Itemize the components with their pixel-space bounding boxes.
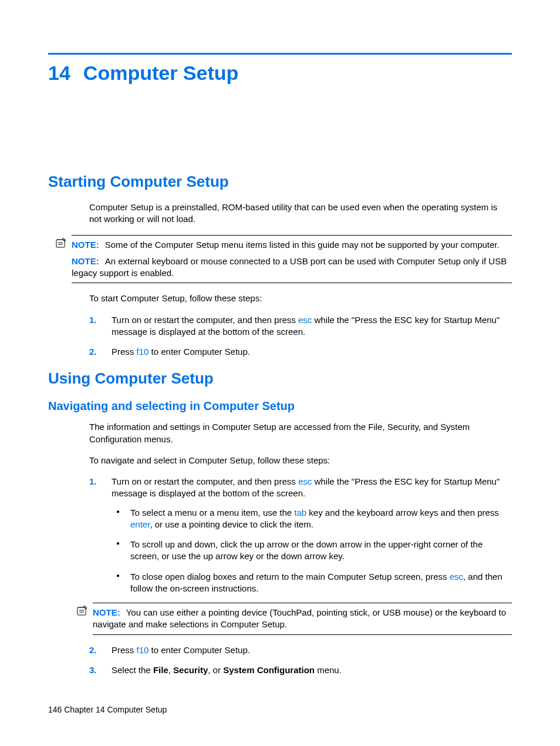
key-f10: f10 — [137, 347, 149, 357]
s3-t4: menu. — [315, 665, 342, 675]
sub1-intro-wrap: The information and settings in Computer… — [89, 421, 512, 466]
section1-steps: 1. Turn on or restart the computer, and … — [89, 314, 512, 358]
note-1: NOTE:Some of the Computer Setup menu ite… — [72, 239, 512, 251]
key-enter: enter — [130, 519, 150, 529]
note-1-text: Some of the Computer Setup menu items li… — [105, 240, 500, 250]
bullet-3: To close open dialog boxes and return to… — [112, 571, 512, 595]
step-number: 2. — [89, 644, 97, 656]
chapter-number: 14 — [48, 62, 70, 85]
sub1-intro: The information and settings in Computer… — [89, 421, 512, 445]
key-tab: tab — [294, 508, 306, 518]
sub1-step-1: 1. Turn on or restart the computer, and … — [89, 476, 512, 635]
note-2-text: An external keyboard or mouse connected … — [72, 256, 507, 278]
section1-body: Computer Setup is a preinstalled, ROM-ba… — [89, 201, 512, 226]
chapter-title: Computer Setup — [83, 62, 238, 84]
key-esc: esc — [298, 476, 312, 486]
note-icon — [55, 238, 67, 248]
note-label: NOTE: — [72, 256, 99, 266]
step-2-pre: Press — [112, 347, 137, 357]
s3-t2: , — [168, 665, 173, 675]
note-block-inner: NOTE:You can use either a pointing devic… — [93, 603, 512, 635]
step-number: 2. — [89, 346, 97, 358]
bullet-1: To select a menu or a menu item, use the… — [112, 507, 512, 531]
section1-intro: Computer Setup is a preinstalled, ROM-ba… — [89, 201, 512, 226]
step-number: 1. — [89, 314, 97, 326]
bold-security: Security — [173, 665, 208, 675]
key-esc: esc — [298, 315, 312, 325]
bullet-1-t3: , or use a pointing device to click the … — [150, 519, 313, 529]
bullet-2: To scroll up and down, click the up arro… — [112, 539, 512, 563]
bullet-1-t2: key and the keyboard arrow keys and then… — [306, 508, 499, 518]
inner-note: NOTE:You can use either a pointing devic… — [93, 607, 512, 631]
bullet-1-t1: To select a menu or a menu item, use the — [130, 508, 294, 518]
section1-lead-wrap: To start Computer Setup, follow these st… — [89, 293, 512, 304]
step-2-post: to enter Computer Setup. — [149, 347, 250, 357]
s3-t3: , or — [208, 665, 223, 675]
bold-file: File — [153, 665, 168, 675]
page-footer: 146 Chapter 14 Computer Setup — [48, 705, 167, 714]
section-heading-using: Using Computer Setup — [48, 369, 512, 388]
note-block-1: NOTE:Some of the Computer Setup menu ite… — [72, 235, 512, 284]
step-1-pre: Turn on or restart the computer, and the… — [112, 315, 298, 325]
sub1-lead: To navigate and select in Computer Setup… — [89, 455, 512, 466]
step-2: 2. Press f10 to enter Computer Setup. — [89, 346, 512, 358]
sub1-step-3: 3. Select the File, Security, or System … — [89, 664, 512, 676]
step-number: 1. — [89, 476, 97, 488]
svg-rect-1 — [77, 607, 86, 615]
step-1: 1. Turn on or restart the computer, and … — [89, 314, 512, 338]
sub1-step1-pre: Turn on or restart the computer, and the… — [112, 476, 298, 486]
sub1-step2-post: to enter Computer Setup. — [149, 645, 250, 655]
step-number: 3. — [89, 664, 97, 676]
section1-lead: To start Computer Setup, follow these st… — [89, 293, 512, 304]
note-icon — [76, 606, 88, 616]
note-label: NOTE: — [72, 240, 99, 250]
key-f10: f10 — [137, 645, 149, 655]
key-esc: esc — [450, 572, 463, 582]
inner-note-text: You can use either a pointing device (To… — [93, 607, 506, 629]
note-label: NOTE: — [93, 607, 120, 617]
chapter-heading: 14Computer Setup — [48, 62, 512, 85]
section-heading-starting: Starting Computer Setup — [48, 173, 512, 191]
sub1-steps: 1. Turn on or restart the computer, and … — [89, 476, 512, 676]
sub1-step-2: 2. Press f10 to enter Computer Setup. — [89, 644, 512, 656]
document-page: 14Computer Setup Starting Computer Setup… — [0, 0, 560, 746]
bold-sysconfig: System Configuration — [223, 665, 315, 675]
subsection-heading-navigating: Navigating and selecting in Computer Set… — [48, 399, 512, 413]
note-2: NOTE:An external keyboard or mouse conne… — [72, 256, 512, 280]
sub1-step2-pre: Press — [112, 645, 137, 655]
s3-t1: Select the — [112, 665, 153, 675]
bullet-3-t1: To close open dialog boxes and return to… — [130, 572, 450, 582]
top-rule — [48, 53, 512, 55]
svg-rect-0 — [56, 240, 65, 247]
sub1-step1-bullets: To select a menu or a menu item, use the… — [112, 507, 512, 595]
